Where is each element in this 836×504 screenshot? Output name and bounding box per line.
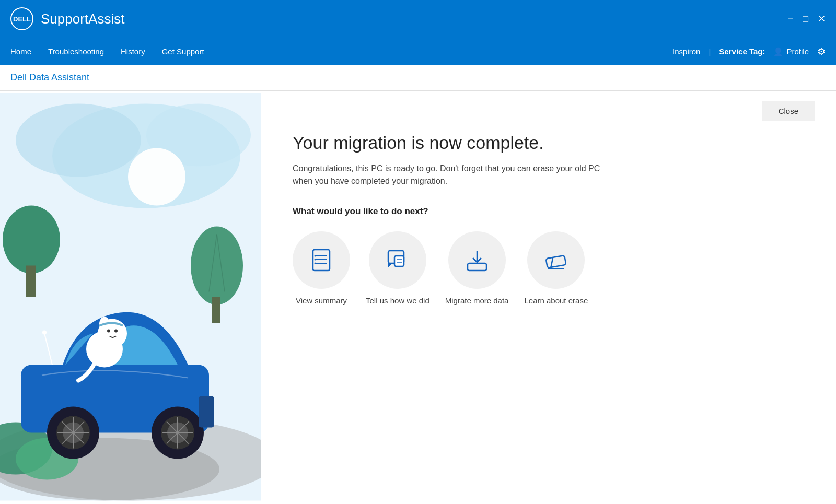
page-header-title: Dell Data Assistant (10, 72, 89, 83)
device-name: Inspiron (672, 47, 700, 56)
svg-rect-6 (26, 266, 36, 297)
title-bar: DELL SupportAssist − □ ✕ (0, 0, 836, 38)
tell-us-button[interactable]: Tell us how we did (366, 231, 429, 305)
minimize-button[interactable]: − (788, 14, 794, 24)
svg-rect-8 (212, 297, 220, 323)
profile-label: Profile (786, 47, 809, 56)
next-label: What would you like to do next? (293, 206, 805, 217)
learn-erase-circle (527, 231, 585, 289)
migration-title: Your migration is now complete. (293, 133, 805, 153)
svg-point-43 (315, 259, 316, 261)
maximize-button[interactable]: □ (803, 14, 808, 24)
svg-point-5 (3, 206, 60, 274)
action-buttons: View summary Tell us how we did (293, 231, 805, 305)
summary-icon (308, 247, 335, 274)
svg-point-34 (107, 330, 110, 333)
nav-bar: Home Troubleshooting History Get Support… (0, 38, 836, 65)
svg-rect-30 (199, 396, 214, 428)
svg-point-37 (42, 331, 47, 335)
svg-rect-49 (468, 263, 486, 271)
main-content: Close Your migration is now complete. Co… (0, 91, 836, 503)
settings-icon[interactable]: ⚙ (817, 46, 826, 57)
migrate-more-circle (448, 231, 506, 289)
service-tag-label: Service Tag: (719, 47, 765, 56)
window-close-button[interactable]: ✕ (818, 14, 826, 24)
window-controls: − □ ✕ (788, 14, 826, 24)
learn-erase-button[interactable]: Learn about erase (524, 231, 588, 305)
nav-item-home[interactable]: Home (10, 45, 31, 58)
profile-icon: 👤 (773, 47, 783, 56)
migrate-more-button[interactable]: Migrate more data (445, 231, 509, 305)
migrate-more-label: Migrate more data (445, 296, 509, 305)
nav-item-troubleshooting[interactable]: Troubleshooting (48, 45, 104, 58)
view-summary-circle (293, 231, 350, 289)
svg-point-44 (315, 263, 316, 264)
nav-right: Inspiron | Service Tag: 👤 Profile ⚙ (672, 46, 826, 57)
tell-us-label: Tell us how we did (366, 296, 429, 305)
learn-erase-label: Learn about erase (524, 296, 588, 305)
app-title: SupportAssist (41, 11, 788, 27)
erase-icon (542, 247, 570, 274)
view-summary-label: View summary (296, 296, 347, 305)
nav-item-get-support[interactable]: Get Support (162, 45, 204, 58)
nav-links: Home Troubleshooting History Get Support (10, 45, 672, 58)
migrate-icon (463, 247, 491, 274)
tell-us-circle (369, 231, 426, 289)
nav-divider: | (709, 47, 711, 56)
illustration-area (0, 91, 261, 503)
svg-point-7 (191, 227, 243, 305)
close-button[interactable]: Close (762, 101, 815, 121)
view-summary-button[interactable]: View summary (293, 231, 350, 305)
feedback-icon (384, 247, 411, 274)
svg-rect-46 (394, 256, 404, 266)
svg-point-35 (114, 330, 118, 333)
page-header: Dell Data Assistant (0, 65, 836, 91)
svg-rect-51 (546, 255, 566, 268)
svg-point-42 (315, 255, 316, 257)
migration-description: Congratulations, this PC is ready to go.… (293, 162, 617, 187)
profile-button[interactable]: 👤 Profile (773, 47, 809, 56)
illustration-svg (0, 91, 261, 503)
dell-logo: DELL (10, 7, 33, 30)
svg-point-4 (128, 148, 185, 206)
nav-item-history[interactable]: History (121, 45, 145, 58)
svg-point-2 (16, 104, 141, 177)
right-content: Close Your migration is now complete. Co… (261, 91, 836, 503)
